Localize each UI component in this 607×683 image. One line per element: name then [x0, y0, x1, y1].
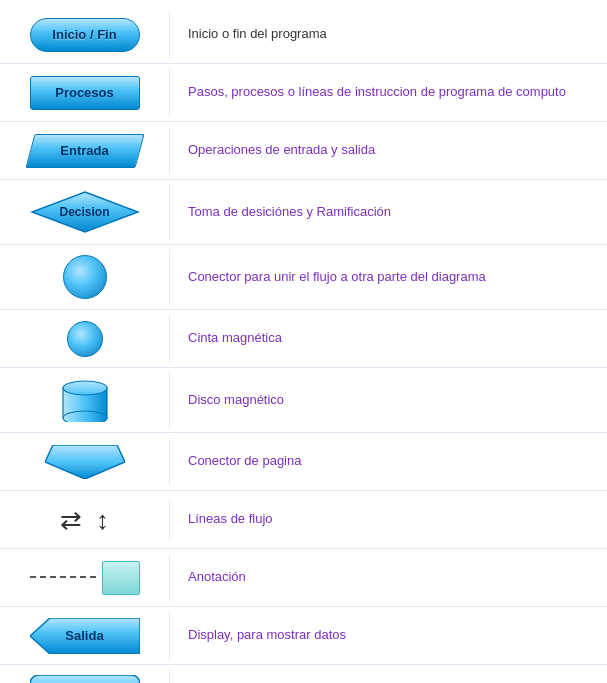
row-pagina: Conector de pagina — [0, 433, 607, 491]
shape-cell-salida: Salida — [0, 612, 170, 660]
shape-label-procesos: Procesos — [55, 85, 114, 100]
shape-display: Display — [30, 675, 140, 683]
shape-anotacion — [30, 561, 140, 595]
shape-cell-pagina — [0, 439, 170, 485]
shape-cell-entrada: Entrada — [0, 128, 170, 174]
desc-pagina: Conector de pagina — [170, 446, 607, 476]
row-decision: Decision Toma de desiciónes y Ramificaci… — [0, 180, 607, 245]
shape-cell-procesos: Procesos — [0, 70, 170, 116]
desc-procesos: Pasos, procesos o líneas de instruccion … — [170, 77, 607, 107]
shape-inicio-fin: Inicio / Fin — [30, 18, 140, 52]
desc-display: Envía datos a la impresora — [170, 679, 607, 683]
shape-label-salida: Salida — [65, 628, 103, 643]
shape-disco — [59, 378, 111, 422]
shape-cell-decision: Decision — [0, 184, 170, 240]
shape-cell-cinta — [0, 315, 170, 363]
flowchart-legend: Inicio / Fin Inicio o fin del programa P… — [0, 0, 607, 683]
row-salida: Salida Display, para mostrar datos — [0, 607, 607, 665]
row-flujo: ⇄ ↕ Líneas de flujo — [0, 491, 607, 549]
shape-cell-flujo: ⇄ ↕ — [0, 501, 170, 539]
shape-flujo: ⇄ ↕ — [35, 507, 135, 533]
shape-cell-connector — [0, 249, 170, 305]
row-inicio-fin: Inicio / Fin Inicio o fin del programa — [0, 6, 607, 64]
shape-procesos: Procesos — [30, 76, 140, 110]
svg-marker-4 — [45, 445, 125, 479]
row-cinta: Cinta magnética — [0, 310, 607, 368]
row-entrada: Entrada Operaciones de entrada y salida — [0, 122, 607, 180]
annotation-dashes — [30, 576, 96, 578]
shape-pagina — [45, 445, 125, 479]
desc-flujo: Líneas de flujo — [170, 504, 607, 534]
shape-cinta — [67, 321, 103, 357]
row-anotacion: Anotación — [0, 549, 607, 607]
desc-entrada: Operaciones de entrada y salida — [170, 135, 607, 165]
desc-disco: Disco magnético — [170, 385, 607, 415]
row-connector: Conector para unir el flujo a otra parte… — [0, 245, 607, 310]
shape-cell-anotacion — [0, 555, 170, 601]
row-procesos: Procesos Pasos, procesos o líneas de ins… — [0, 64, 607, 122]
desc-decision: Toma de desiciónes y Ramificación — [170, 197, 607, 227]
shape-connector — [63, 255, 107, 299]
shape-entrada: Entrada — [30, 134, 140, 168]
annotation-box — [102, 561, 140, 595]
row-display: Display Envía datos a la impresora — [0, 665, 607, 683]
shape-decision: Decision — [30, 190, 140, 234]
arrow-updown-icon: ↕ — [96, 507, 109, 533]
shape-label-inicio-fin: Inicio / Fin — [52, 27, 116, 42]
svg-point-3 — [63, 411, 107, 422]
shape-label-entrada: Entrada — [60, 143, 108, 158]
shape-label-decision: Decision — [59, 205, 109, 219]
shape-cell-display: Display — [0, 669, 170, 683]
desc-cinta: Cinta magnética — [170, 323, 607, 353]
desc-inicio-fin: Inicio o fin del programa — [170, 19, 607, 49]
arrow-left-icon: ⇄ — [60, 507, 82, 533]
shape-salida: Salida — [30, 618, 140, 654]
svg-point-2 — [63, 381, 107, 395]
row-disco: Disco magnético — [0, 368, 607, 433]
desc-salida: Display, para mostrar datos — [170, 620, 607, 650]
desc-connector: Conector para unir el flujo a otra parte… — [170, 262, 607, 292]
arrows-row: ⇄ ↕ — [60, 507, 109, 533]
shape-diamond-inner: Decision — [30, 190, 140, 234]
desc-anotacion: Anotación — [170, 562, 607, 592]
shape-cell-inicio-fin: Inicio / Fin — [0, 12, 170, 58]
shape-cell-disco — [0, 372, 170, 428]
